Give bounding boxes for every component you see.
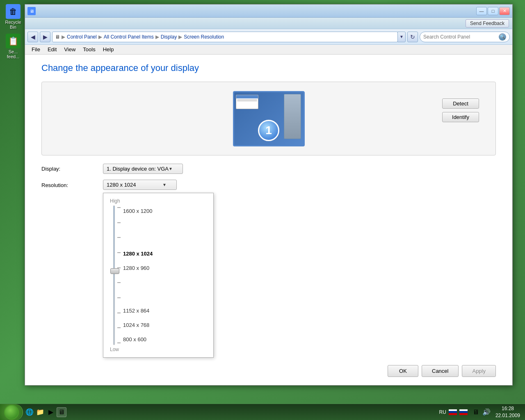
desktop-icon-area: 🗑 RecycleBin 📋 Se...feed... [3, 4, 23, 59]
notch-8 [117, 313, 121, 313]
resolution-slider-area: High [103, 196, 213, 354]
notch-1 [117, 207, 121, 208]
cancel-button[interactable]: Cancel [422, 365, 459, 377]
resolution-slider-row: 1600 x 1200 525 x 420 1280 x 960 1152 … [110, 205, 207, 345]
feedback-image: 📋 [6, 34, 21, 48]
search-box: 🔍 [420, 32, 510, 42]
resolution-dropdown-btn[interactable]: 525 x 420 ▼ [103, 180, 177, 190]
ok-button[interactable]: OK [388, 365, 418, 377]
monitor-right-image [284, 94, 301, 139]
path-all-items[interactable]: All Control Panel Items [104, 34, 154, 40]
menu-view[interactable]: View [61, 46, 79, 53]
close-button[interactable]: ✕ [499, 7, 510, 15]
title-bar: 🖥 — □ ✕ [25, 5, 512, 18]
path-control-panel[interactable]: Control Panel [67, 34, 97, 40]
minimize-button[interactable]: — [476, 7, 487, 15]
identify-button[interactable]: Identify [442, 112, 479, 122]
start-button[interactable] [0, 404, 23, 420]
menu-tools[interactable]: Tools [80, 46, 98, 53]
content-area: Change the appearance of your display [25, 55, 512, 385]
resolution-control: 525 x 420 ▼ High [103, 180, 177, 190]
notch-6 [117, 282, 121, 283]
recycle-bin-icon[interactable]: 🗑 RecycleBin [3, 4, 23, 30]
path-display[interactable]: Display [161, 34, 177, 40]
slider-notches [117, 205, 121, 345]
display-value: 1. Display device on: VGA [107, 166, 169, 172]
mini-windows [236, 95, 258, 109]
start-orb [4, 405, 19, 420]
recycle-bin-label: RecycleBin [5, 20, 21, 30]
menu-edit[interactable]: Edit [44, 46, 60, 53]
mini-win-content [236, 98, 258, 102]
detect-button[interactable]: Detect [442, 98, 479, 109]
monitor-number-badge: 1 [258, 120, 279, 141]
taskbar-ie-icon[interactable]: 🌐 [25, 407, 34, 417]
notch-4 [117, 252, 121, 253]
resolution-label: Resolution: [41, 180, 103, 188]
refresh-button[interactable]: ↻ [407, 32, 418, 42]
taskbar-monitor-icon[interactable]: 🖥 [57, 407, 66, 417]
address-bar: ◀ ▶ 🖥 ▶ Control Panel ▶ All Control Pane… [25, 29, 512, 45]
detect-identify-buttons: Detect Identify [442, 98, 479, 122]
notch-7 [117, 297, 121, 298]
speaker-icon[interactable]: 🔊 [482, 407, 491, 417]
path-screen-resolution[interactable]: Screen Resolution [184, 34, 224, 40]
monitor-display: 1 [233, 91, 305, 146]
taskbar-media-icon[interactable]: ▶ [46, 407, 56, 417]
notch-10 [117, 342, 121, 343]
resolution-dropdown: High [103, 193, 214, 358]
monitor-tray-icon[interactable]: 🖥 [471, 407, 481, 417]
res-option-empty-3 [121, 278, 207, 286]
res-option-1152x864[interactable]: 1152 x 864 [121, 307, 207, 315]
search-input[interactable] [423, 34, 497, 40]
display-control: 1. Display device on: VGA ▼ [103, 164, 183, 174]
resolution-value: 525 x 420 [107, 182, 136, 188]
slider-line [113, 205, 115, 345]
res-option-empty-1 [121, 221, 207, 229]
resolution-low-label: Low [110, 347, 207, 352]
resolution-options: 1600 x 1200 525 x 420 1280 x 960 1152 … [121, 205, 207, 345]
send-feedback-button[interactable]: Send Feedback [466, 19, 509, 27]
system-tray: RU 🖥 🔊 16:28 22.01.2009 [439, 405, 525, 419]
res-option-empty-4 [121, 293, 207, 301]
apply-button[interactable]: Apply [462, 365, 496, 377]
clock-time: 16:28 [495, 405, 520, 412]
back-button[interactable]: ◀ [27, 32, 38, 42]
taskbar-items: 🌐 📁 ▶ 🖥 [23, 404, 68, 420]
resolution-slider-track [110, 205, 118, 345]
res-option-800x600[interactable]: 800 x 600 [121, 336, 207, 343]
feedback-icon[interactable]: 📋 Se...feed... [3, 34, 23, 59]
address-dropdown-arrow[interactable]: ▼ [397, 32, 406, 42]
mini-win-line [237, 99, 257, 100]
maximize-button[interactable]: □ [488, 7, 498, 15]
recycle-bin-image: 🗑 [6, 4, 21, 19]
feedback-bar: Send Feedback [25, 18, 512, 29]
taskbar: 🌐 📁 ▶ 🖥 RU 🖥 🔊 16:28 22.01.2009 [0, 404, 525, 420]
notch-5 [117, 267, 121, 268]
panel-title: Change the appearance of your display [41, 63, 496, 73]
res-option-1600x1200[interactable]: 1600 x 1200 [121, 207, 207, 215]
menu-help[interactable]: Help [100, 46, 117, 53]
display-dropdown[interactable]: 1. Display device on: VGA ▼ [103, 164, 183, 174]
notch-9 [117, 327, 121, 328]
forward-button[interactable]: ▶ [40, 32, 50, 42]
menu-file[interactable]: File [28, 46, 43, 53]
notch-2 [117, 222, 121, 223]
clock-date: 22.01.2009 [495, 412, 520, 419]
resolution-high-label: High [110, 198, 207, 204]
search-icon[interactable]: 🔍 [499, 33, 506, 41]
feedback-label: Se...feed... [7, 49, 20, 59]
res-option-1280x960[interactable]: 1280 x 960 [121, 264, 207, 272]
system-clock: 16:28 22.01.2009 [492, 405, 523, 419]
window-controls: — □ ✕ [476, 7, 510, 15]
res-option-1024x768[interactable]: 1024 x 768 [121, 321, 207, 329]
display-dropdown-arrow: ▼ [169, 167, 173, 171]
res-option-525x420[interactable]: 525 x 420 [121, 250, 207, 258]
taskbar-folder-icon[interactable]: 📁 [35, 407, 45, 417]
language-flag[interactable] [449, 409, 457, 415]
secondary-flag[interactable] [459, 409, 468, 415]
mini-win-line-2 [237, 100, 257, 101]
address-path: 🖥 ▶ Control Panel ▶ All Control Panel It… [52, 32, 398, 42]
screen-resolution-window: 🖥 — □ ✕ Send Feedback ◀ ▶ 🖥 ▶ Control Pa… [25, 4, 513, 386]
path-icon: 🖥 [55, 34, 60, 40]
